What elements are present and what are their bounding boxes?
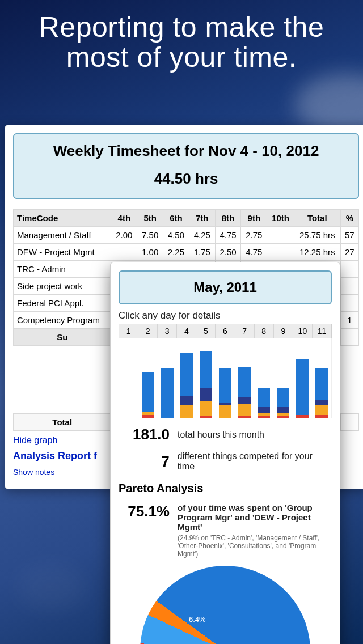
- table-header-cell: 9th: [241, 210, 267, 227]
- bar-column[interactable]: [312, 368, 331, 418]
- bar-segment: [238, 367, 251, 397]
- bar-segment: [258, 407, 270, 413]
- bar-segment: [180, 396, 193, 405]
- timecode-cell: Side project work: [14, 278, 111, 295]
- day-cell[interactable]: 4: [177, 324, 196, 338]
- monthly-hint: Click any day for details: [119, 310, 332, 321]
- weekly-header: Weekly Timesheet for Nov 4 - 10, 2012 44…: [13, 133, 359, 199]
- bar-segment: [315, 415, 328, 418]
- total-label: Total: [14, 414, 111, 431]
- day-cell[interactable]: 5: [196, 324, 216, 338]
- table-header-cell: TimeCode: [14, 210, 111, 227]
- value-cell: 4.50: [163, 227, 189, 244]
- pareto-main-text: of your time was spent on 'Group Program…: [178, 503, 332, 532]
- marketing-headline: Reporting to make the most of your time.: [0, 0, 363, 78]
- bar-column[interactable]: [254, 388, 273, 418]
- timecode-cell: TRC - Admin: [14, 261, 111, 278]
- value-cell: 4.75: [215, 227, 241, 244]
- weekly-total-hours: 44.50 hrs: [20, 170, 352, 188]
- table-header-cell: 5th: [137, 210, 163, 227]
- stat-things-label: different things competed for your time: [178, 451, 332, 472]
- bar-segment: [142, 415, 154, 418]
- value-cell: 2.25: [163, 244, 189, 261]
- bar-segment: [238, 404, 251, 416]
- day-cell[interactable]: 8: [255, 324, 274, 338]
- table-header-cell: 10th: [267, 210, 294, 227]
- timecode-cell: Competency Program: [14, 312, 111, 329]
- monthly-title: May, 2011: [125, 279, 325, 295]
- bar-column[interactable]: [235, 367, 254, 418]
- bar-segment: [200, 416, 212, 418]
- table-header-cell: 8th: [215, 210, 241, 227]
- bar-segment: [200, 351, 212, 388]
- value-cell: 2.00: [111, 227, 137, 244]
- stat-things-number: 7: [119, 453, 170, 471]
- bar-segment: [315, 400, 328, 406]
- bar-segment: [315, 368, 328, 399]
- value-cell: 1.00: [137, 244, 163, 261]
- bar-column[interactable]: [273, 388, 293, 418]
- value-cell: [267, 244, 294, 261]
- bar-segment: [219, 368, 231, 402]
- show-notes-link[interactable]: Show notes: [13, 468, 54, 477]
- value-cell: 25.75 hrs: [294, 227, 340, 244]
- value-cell: 2.75: [241, 227, 267, 244]
- day-cell[interactable]: 1: [119, 324, 138, 338]
- bar-segment: [161, 368, 174, 418]
- pie-label-dblue: 6.4%: [189, 615, 206, 624]
- bar-segment: [315, 405, 328, 414]
- day-cell[interactable]: 2: [138, 324, 158, 338]
- value-cell: 7.50: [137, 227, 163, 244]
- stat-total-hours-label: total hours this month: [178, 430, 264, 440]
- day-number-row: 1234567891011: [119, 324, 332, 338]
- bar-column[interactable]: [138, 372, 158, 418]
- value-cell: [340, 261, 358, 278]
- table-header-cell: 6th: [163, 210, 189, 227]
- bar-segment: [277, 416, 289, 418]
- bar-segment: [277, 407, 289, 413]
- bar-segment: [296, 415, 309, 418]
- value-cell: [267, 227, 294, 244]
- bar-segment: [180, 353, 193, 396]
- pareto-percent: 75.1%: [119, 503, 170, 520]
- bar-segment: [219, 405, 231, 418]
- bar-column[interactable]: [158, 368, 177, 418]
- bar-segment: [200, 388, 212, 401]
- value-cell: 27: [340, 244, 358, 261]
- table-header-cell: Total: [294, 210, 340, 227]
- day-cell[interactable]: 11: [313, 324, 331, 338]
- analysis-report-link[interactable]: Analysis Report f: [13, 450, 97, 462]
- day-cell[interactable]: 6: [216, 324, 235, 338]
- pareto-sub-text: (24.9% on 'TRC - Admin', 'Management / S…: [178, 534, 332, 558]
- table-header-cell: %: [340, 210, 358, 227]
- timecode-cell: DEW - Project Mgmt: [14, 244, 111, 261]
- table-row[interactable]: DEW - Project Mgmt1.002.251.752.504.7512…: [14, 244, 359, 261]
- day-cell[interactable]: 9: [274, 324, 293, 338]
- bar-column[interactable]: [216, 368, 235, 418]
- bar-column[interactable]: [196, 351, 216, 418]
- timecode-cell: Federal PCI Appl.: [14, 295, 111, 312]
- timecode-cell: Management / Staff: [14, 227, 111, 244]
- bar-column[interactable]: [293, 359, 312, 418]
- table-header-cell: 4th: [111, 210, 137, 227]
- pie-chart: 46.4% 11.5% 6.4%: [140, 566, 310, 644]
- table-header-cell: 7th: [189, 210, 215, 227]
- bar-segment: [277, 388, 289, 407]
- value-cell: 4.25: [189, 227, 215, 244]
- value-cell: [111, 244, 137, 261]
- monthly-header: May, 2011: [119, 270, 332, 304]
- bar-column[interactable]: [177, 353, 196, 418]
- value-cell: 1.75: [189, 244, 215, 261]
- subtotal-label: Su: [14, 329, 111, 346]
- day-cell[interactable]: 10: [293, 324, 313, 338]
- table-row[interactable]: Management / Staff2.007.504.504.254.752.…: [14, 227, 359, 244]
- bar-segment: [258, 416, 270, 418]
- bar-segment: [296, 359, 309, 415]
- stat-total-hours-number: 181.0: [119, 426, 170, 443]
- weekly-title: Weekly Timesheet for Nov 4 - 10, 2012: [20, 142, 352, 160]
- day-cell[interactable]: 3: [158, 324, 177, 338]
- day-cell[interactable]: 7: [235, 324, 255, 338]
- stat-things-count: 7 different things competed for your tim…: [119, 451, 332, 472]
- daily-bars-chart: [119, 338, 332, 418]
- hide-graph-link[interactable]: Hide graph: [13, 435, 57, 446]
